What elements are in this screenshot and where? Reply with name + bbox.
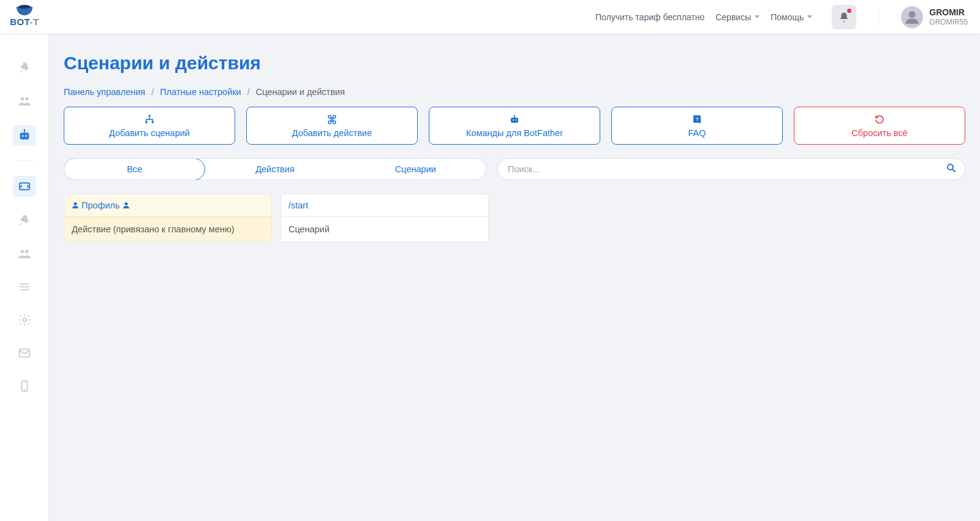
search-wrapper [497,158,965,180]
person-icon [123,202,130,209]
services-label: Сервисы [715,12,751,22]
user-names: GROMIR GROMIR55 [929,7,968,26]
card-title: /start [288,200,308,210]
sidebar-divider [15,161,34,161]
svg-point-22 [513,120,514,121]
filter-tabs: Все Действия Сценарии [64,158,486,180]
add-scenario-label: Добавить сценарий [109,128,190,138]
rocket-icon [18,214,31,227]
mail-icon [18,346,31,360]
add-scenario-button[interactable]: Добавить сценарий [64,107,235,145]
tab-all[interactable]: Все [64,158,205,180]
logo[interactable]: BOT-T [0,0,49,34]
notification-dot-icon [847,9,851,13]
svg-point-1 [20,97,24,101]
sidebar [0,34,49,521]
mobile-icon [18,379,31,393]
sitemap-icon [144,113,155,126]
user-display-name: GROMIR [929,7,968,18]
help-label: Помощь [771,12,804,22]
notifications-button[interactable] [832,5,856,29]
book-icon: ? [692,113,703,126]
breadcrumb: Панель управления / Платные настройки / … [64,87,965,97]
services-dropdown[interactable]: Сервисы [715,12,760,22]
svg-point-27 [948,164,953,170]
people-icon [18,94,31,108]
reset-all-button[interactable]: Сбросить всё [794,107,965,145]
faq-button[interactable]: ? FAQ [611,107,783,145]
sidebar-item-mail[interactable] [13,344,36,362]
breadcrumb-paid-settings[interactable]: Платные настройки [160,87,241,97]
faq-label: FAQ [688,128,706,138]
card-head: Профиль [64,194,271,216]
get-tariff-link[interactable]: Получить тариф бесплатно [595,12,704,22]
svg-point-23 [515,120,516,121]
cards-row: Профиль Действие (привязано к главному м… [64,194,965,242]
sidebar-item-launch[interactable] [13,59,36,77]
person-icon [904,9,920,25]
action-buttons-row: Добавить сценарий Добавить действие Кома… [64,107,965,145]
filter-row: Все Действия Сценарии [64,158,965,180]
top-header: BOT-T Получить тариф бесплатно Сервисы П… [0,0,980,34]
svg-point-30 [124,202,127,205]
botfather-label: Команды для BotFather [466,128,563,138]
svg-point-10 [24,250,28,254]
card-head: /start [281,194,488,216]
breadcrumb-current: Сценарии и действия [256,87,345,97]
svg-point-14 [23,318,26,322]
svg-rect-24 [514,116,515,118]
sidebar-item-menu[interactable] [13,278,36,296]
svg-text:?: ? [696,116,699,122]
svg-point-2 [24,97,28,101]
robot-icon [509,113,520,126]
svg-point-9 [20,250,24,254]
bell-icon [839,12,850,23]
card-start-scenario[interactable]: /start Сценарий [281,194,489,242]
svg-rect-20 [152,121,154,123]
avatar [901,6,923,28]
people-icon [18,247,31,260]
card-profile-action[interactable]: Профиль Действие (привязано к главному м… [64,194,272,242]
botfather-button[interactable]: Команды для BotFather [429,107,600,145]
breadcrumb-sep: / [247,87,250,97]
user-menu[interactable]: GROMIR GROMIR55 [901,6,968,28]
add-action-label: Добавить действие [292,128,372,138]
sidebar-item-launch2[interactable] [13,211,36,230]
svg-point-0 [909,11,916,18]
chevron-down-icon [755,15,760,18]
help-dropdown[interactable]: Помощь [771,12,812,22]
tab-scenarios[interactable]: Сценарии [345,159,486,180]
svg-point-29 [74,202,77,205]
card-subtitle: Действие (привязано к главному меню) [64,216,271,241]
svg-point-7 [23,129,25,131]
breadcrumb-dashboard[interactable]: Панель управления [64,87,145,97]
sidebar-item-users[interactable] [13,92,36,110]
svg-rect-19 [145,121,147,123]
reset-label: Сбросить всё [851,128,907,138]
logo-cup-icon [17,7,32,15]
add-action-button[interactable]: Добавить действие [246,107,418,145]
chevron-down-icon [807,15,812,18]
user-handle: GROMIR55 [929,18,968,26]
sidebar-item-mobile[interactable] [13,377,36,395]
rocket-icon [18,61,31,75]
sidebar-item-bot[interactable] [13,125,36,146]
breadcrumb-sep: / [151,87,154,97]
svg-point-4 [21,135,23,137]
search-icon[interactable] [946,162,957,176]
svg-point-25 [514,115,515,116]
svg-rect-18 [149,115,151,117]
card-subtitle: Сценарий [281,216,488,241]
logo-text: BOT-T [10,17,39,27]
sidebar-item-settings[interactable] [13,311,36,329]
command-icon [326,113,337,126]
tab-actions[interactable]: Действия [205,159,345,180]
sidebar-item-users2[interactable] [13,245,36,263]
svg-rect-3 [20,132,29,139]
gear-icon [18,313,31,327]
menu-icon [18,280,31,294]
main-content: Сценарии и действия Панель управления / … [49,34,980,521]
search-input[interactable] [497,158,965,180]
sidebar-item-flows[interactable] [13,176,36,197]
svg-rect-6 [24,131,25,133]
